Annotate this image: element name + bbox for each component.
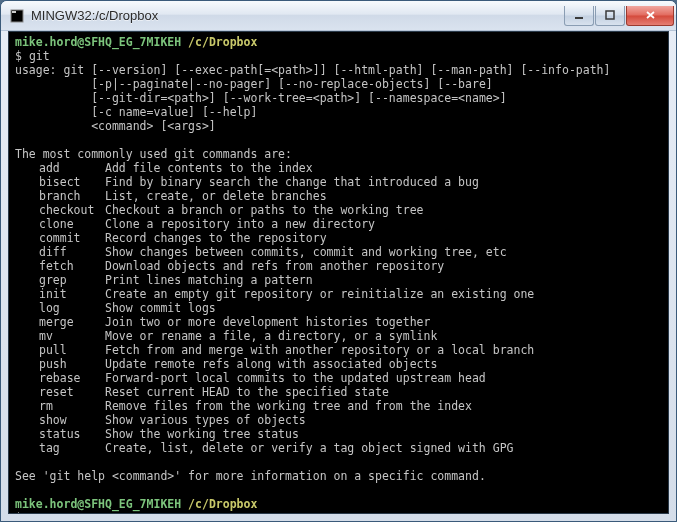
close-button[interactable] bbox=[626, 6, 674, 26]
command-desc: Remove files from the working tree and f… bbox=[105, 399, 472, 413]
command-desc: Checkout a branch or paths to the workin… bbox=[105, 203, 424, 217]
command-row: checkoutCheckout a branch or paths to th… bbox=[15, 203, 662, 217]
command-row: initCreate an empty git repository or re… bbox=[15, 287, 662, 301]
command-desc: Show changes between commits, commit and… bbox=[105, 245, 507, 259]
minimize-button[interactable] bbox=[564, 6, 594, 26]
command-desc: Find by binary search the change that in… bbox=[105, 175, 479, 189]
command-name: add bbox=[15, 161, 105, 175]
svg-rect-2 bbox=[575, 17, 583, 19]
close-icon bbox=[645, 10, 656, 20]
command-name: commit bbox=[15, 231, 105, 245]
command-desc: Move or rename a file, a directory, or a… bbox=[105, 329, 437, 343]
terminal-output[interactable]: mike.hord@SFHQ_EG_7MIKEH /c/Dropbox $ gi… bbox=[8, 31, 669, 514]
command-row: tagCreate, list, delete or verify a tag … bbox=[15, 441, 662, 455]
usage-line: [-p|--paginate|--no-pager] [--no-replace… bbox=[15, 77, 662, 91]
command-row: diffShow changes between commits, commit… bbox=[15, 245, 662, 259]
prompt-line: mike.hord@SFHQ_EG_7MIKEH /c/Dropbox bbox=[15, 497, 662, 511]
command-row: mergeJoin two or more development histor… bbox=[15, 315, 662, 329]
command-name: reset bbox=[15, 385, 105, 399]
usage-line: <command> [<args>] bbox=[15, 119, 662, 133]
minimize-icon bbox=[574, 10, 584, 20]
command-line: $ bbox=[15, 511, 662, 514]
command-desc: Create an empty git repository or reinit… bbox=[105, 287, 534, 301]
footer-help: See 'git help <command>' for more inform… bbox=[15, 469, 662, 483]
window-controls bbox=[564, 6, 674, 26]
command-name: show bbox=[15, 413, 105, 427]
command-name: checkout bbox=[15, 203, 105, 217]
svg-rect-3 bbox=[606, 11, 614, 19]
command-name: push bbox=[15, 357, 105, 371]
command-name: status bbox=[15, 427, 105, 441]
window-title: MINGW32:/c/Dropbox bbox=[31, 8, 564, 23]
prompt-symbol: $ bbox=[15, 511, 22, 514]
command-name: merge bbox=[15, 315, 105, 329]
prompt-line: mike.hord@SFHQ_EG_7MIKEH /c/Dropbox bbox=[15, 35, 662, 49]
command-row: commitRecord changes to the repository bbox=[15, 231, 662, 245]
maximize-icon bbox=[605, 10, 615, 20]
command-name: log bbox=[15, 301, 105, 315]
command-desc: Show various types of objects bbox=[105, 413, 306, 427]
command-list: addAdd file contents to the indexbisectF… bbox=[15, 161, 662, 455]
command-desc: Print lines matching a pattern bbox=[105, 273, 313, 287]
prompt-user: mike.hord@SFHQ_EG_7MIKEH bbox=[15, 35, 181, 49]
command-row: grepPrint lines matching a pattern bbox=[15, 273, 662, 287]
prompt-user: mike.hord@SFHQ_EG_7MIKEH bbox=[15, 497, 181, 511]
usage-line: [-c name=value] [--help] bbox=[15, 105, 662, 119]
titlebar[interactable]: MINGW32:/c/Dropbox bbox=[1, 1, 676, 31]
command-name: init bbox=[15, 287, 105, 301]
command-row: resetReset current HEAD to the specified… bbox=[15, 385, 662, 399]
command-name: tag bbox=[15, 441, 105, 455]
command-desc: Clone a repository into a new directory bbox=[105, 217, 375, 231]
command-row: addAdd file contents to the index bbox=[15, 161, 662, 175]
command-desc: Show the working tree status bbox=[105, 427, 299, 441]
command-name: fetch bbox=[15, 259, 105, 273]
command-row: logShow commit logs bbox=[15, 301, 662, 315]
prompt-symbol: $ bbox=[15, 49, 22, 63]
command-line: $ git bbox=[15, 49, 662, 63]
command-desc: Create, list, delete or verify a tag obj… bbox=[105, 441, 514, 455]
usage-line: usage: git [--version] [--exec-path[=<pa… bbox=[15, 63, 662, 77]
command-name: diff bbox=[15, 245, 105, 259]
typed-command: git bbox=[29, 49, 50, 63]
maximize-button[interactable] bbox=[595, 6, 625, 26]
command-row: bisectFind by binary search the change t… bbox=[15, 175, 662, 189]
svg-rect-1 bbox=[12, 11, 16, 13]
command-row: mvMove or rename a file, a directory, or… bbox=[15, 329, 662, 343]
command-name: mv bbox=[15, 329, 105, 343]
command-row: showShow various types of objects bbox=[15, 413, 662, 427]
command-desc: Show commit logs bbox=[105, 301, 216, 315]
command-row: pushUpdate remote refs along with associ… bbox=[15, 357, 662, 371]
command-name: clone bbox=[15, 217, 105, 231]
command-desc: Reset current HEAD to the specified stat… bbox=[105, 385, 389, 399]
command-row: statusShow the working tree status bbox=[15, 427, 662, 441]
command-desc: Add file contents to the index bbox=[105, 161, 313, 175]
command-desc: Fetch from and merge with another reposi… bbox=[105, 343, 534, 357]
command-row: pullFetch from and merge with another re… bbox=[15, 343, 662, 357]
command-desc: Download objects and refs from another r… bbox=[105, 259, 444, 273]
command-desc: Record changes to the repository bbox=[105, 231, 327, 245]
command-row: cloneClone a repository into a new direc… bbox=[15, 217, 662, 231]
command-desc: List, create, or delete branches bbox=[105, 189, 327, 203]
command-desc: Forward-port local commits to the update… bbox=[105, 371, 486, 385]
mingw-window: MINGW32:/c/Dropbox mike.hord@SFHQ_EG_7MI… bbox=[0, 0, 677, 522]
command-row: rebaseForward-port local commits to the … bbox=[15, 371, 662, 385]
command-row: branchList, create, or delete branches bbox=[15, 189, 662, 203]
usage-line: [--git-dir=<path>] [--work-tree=<path>] … bbox=[15, 91, 662, 105]
command-name: rebase bbox=[15, 371, 105, 385]
command-row: rmRemove files from the working tree and… bbox=[15, 399, 662, 413]
command-desc: Update remote refs along with associated… bbox=[105, 357, 437, 371]
command-name: bisect bbox=[15, 175, 105, 189]
command-name: pull bbox=[15, 343, 105, 357]
command-desc: Join two or more development histories t… bbox=[105, 315, 430, 329]
prompt-path: /c/Dropbox bbox=[188, 497, 257, 511]
app-icon bbox=[9, 8, 25, 24]
command-name: grep bbox=[15, 273, 105, 287]
command-name: rm bbox=[15, 399, 105, 413]
prompt-path: /c/Dropbox bbox=[188, 35, 257, 49]
common-heading: The most commonly used git commands are: bbox=[15, 147, 662, 161]
command-name: branch bbox=[15, 189, 105, 203]
command-row: fetchDownload objects and refs from anot… bbox=[15, 259, 662, 273]
